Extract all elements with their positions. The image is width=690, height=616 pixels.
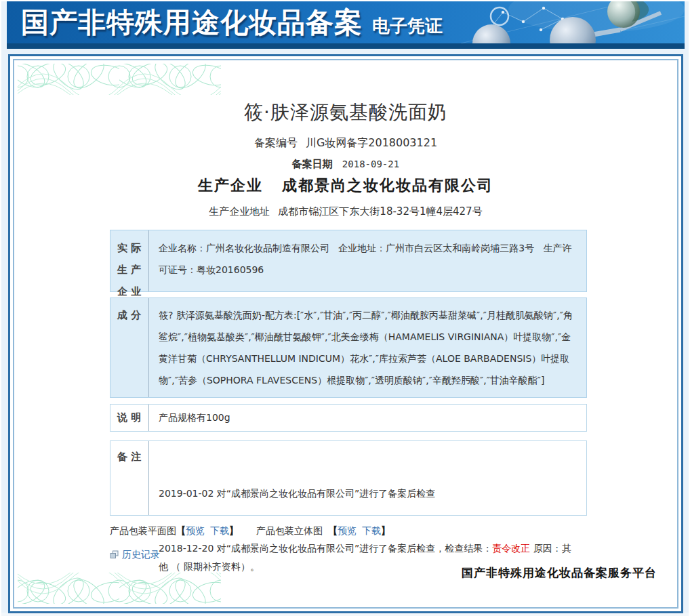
remark-line: 2018-12-13 对“广州名妆化妆品制造有限公司”进行了备案后检查 <box>159 613 577 616</box>
ingredients-content: 筱? 肤泽源氨基酸洗面奶-配方表:[″水″,″甘油″,″丙二醇″,″椰油酰胺丙基… <box>149 298 586 397</box>
bracket-close: 】 <box>381 525 390 536</box>
banner-heading: 国产非特殊用途化妆品备案电子凭证 <box>21 1 443 43</box>
record-date-row: 备案日期2018-09-21 <box>14 158 677 171</box>
remark-highlight: 责令改正 <box>492 543 530 554</box>
packaging-flat-download-link[interactable]: 下载 <box>210 525 229 536</box>
packaging-stereo-download-link[interactable]: 下载 <box>362 525 381 536</box>
banner-title: 国产非特殊用途化妆品备案 <box>21 6 363 39</box>
remarks-content: 2019-01-02 对“成都景尚之妆化妆品有限公司”进行了备案后检查 2018… <box>149 441 586 515</box>
manufacturer-address-value: 成都市锦江区下东大街18-32号1幢4层427号 <box>278 205 482 218</box>
bracket-close: 】 <box>229 525 239 536</box>
remarks-box-label: 备 注 <box>110 441 149 515</box>
page-background: 国产非特殊用途化妆品备案电子凭证 <box>1 1 689 616</box>
ingredients-box: 成 分 筱? 肤泽源氨基酸洗面奶-配方表:[″水″,″甘油″,″丙二醇″,″椰油… <box>110 297 587 398</box>
bracket-open: 【 <box>328 525 338 536</box>
certificate-card: 筱·肤泽源氨基酸洗面奶 备案编号川G妆网备字2018003121 备案日期201… <box>8 54 683 613</box>
history-row: 历史记录 <box>110 549 160 561</box>
label-line: 生 产 <box>117 264 141 276</box>
packaging-flat-preview-link[interactable]: 预览 <box>186 525 205 536</box>
manufacturer-row: 生产企业成都景尚之妆化妆品有限公司 <box>14 176 677 196</box>
manufacturer-address-row: 生产企业地址成都市锦江区下东大街18-32号1幢4层427号 <box>14 205 677 218</box>
record-number-value: 川G妆网备字2018003121 <box>306 136 437 149</box>
description-box: 说 明 产品规格有100g <box>110 404 587 432</box>
molecule-decoration <box>461 1 685 49</box>
packaging-stereo-label: 产品包装立体图 <box>256 525 323 536</box>
manufacturer-label: 生产企业 <box>198 176 263 194</box>
certificate-inner-frame: 筱·肤泽源氨基酸洗面奶 备案编号川G妆网备字2018003121 备案日期201… <box>13 59 678 609</box>
history-windows-icon <box>110 550 119 561</box>
banner-subtitle: 电子凭证 <box>372 16 443 36</box>
record-number-label: 备案编号 <box>254 136 298 149</box>
remark-text: 2018-12-20 对“成都景尚之妆化妆品有限公司”进行了备案后检查，检查结果… <box>159 543 492 554</box>
remark-line: 2019-01-02 对“成都景尚之妆化妆品有限公司”进行了备案后检查 <box>159 485 577 503</box>
guilloche-border-top <box>18 64 221 95</box>
record-date-label: 备案日期 <box>292 158 333 170</box>
remarks-box: 备 注 2019-01-02 对“成都景尚之妆化妆品有限公司”进行了备案后检查 … <box>110 440 587 516</box>
history-link[interactable]: 历史记录 <box>122 549 160 560</box>
actual-manufacturer-content: 企业名称：广州名妆化妆品制造有限公司 企业地址：广州市白云区太和南岭岗埔三路3号… <box>149 230 586 291</box>
packaging-links-row: 产品包装平面图【预览下载】产品包装立体图【预览下载】 <box>110 525 390 537</box>
record-date-value: 2018-09-21 <box>342 159 399 169</box>
platform-name: 国产非特殊用途化妆品备案服务平台 <box>462 565 657 581</box>
product-name: 筱·肤泽源氨基酸洗面奶 <box>14 100 677 125</box>
label-line: 实 际 <box>117 242 141 254</box>
packaging-stereo-preview-link[interactable]: 预览 <box>338 525 357 536</box>
header-banner: 国产非特殊用途化妆品备案电子凭证 <box>7 1 685 49</box>
label-line: 企 业 <box>117 285 141 297</box>
description-box-label: 说 明 <box>110 405 149 431</box>
actual-manufacturer-box-label: 实 际 生 产 企 业 <box>110 230 149 291</box>
banner-bottom-strip <box>7 43 685 49</box>
packaging-flat-label: 产品包装平面图 <box>110 525 176 536</box>
bracket-open: 【 <box>176 525 186 536</box>
description-content: 产品规格有100g <box>149 405 586 431</box>
manufacturer-value: 成都景尚之妆化妆品有限公司 <box>282 176 493 194</box>
ingredients-box-label: 成 分 <box>110 298 149 397</box>
actual-manufacturer-box: 实 际 生 产 企 业 企业名称：广州名妆化妆品制造有限公司 企业地址：广州市白… <box>110 230 587 292</box>
record-number-row: 备案编号川G妆网备字2018003121 <box>14 136 677 150</box>
manufacturer-address-label: 生产企业地址 <box>209 205 270 218</box>
